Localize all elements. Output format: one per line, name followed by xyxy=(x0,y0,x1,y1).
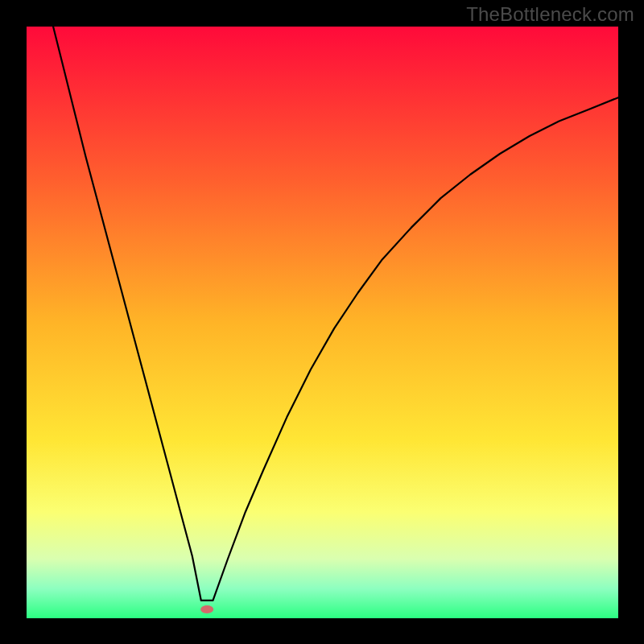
optimum-marker xyxy=(200,605,213,613)
chart-frame: TheBottleneck.com xyxy=(0,0,644,644)
bottleneck-chart xyxy=(0,0,644,644)
watermark-text: TheBottleneck.com xyxy=(466,3,634,26)
chart-plot-area xyxy=(27,27,618,618)
